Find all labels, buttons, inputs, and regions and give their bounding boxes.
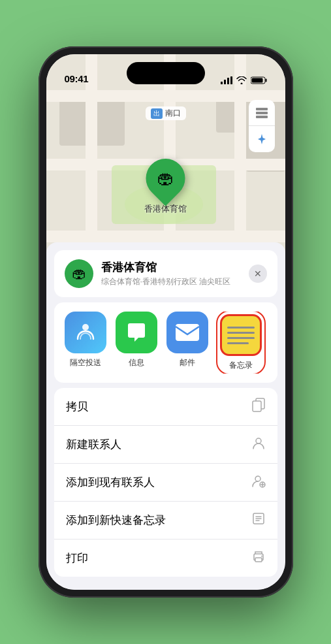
notes-icon (220, 314, 262, 356)
mail-label: 邮件 (180, 357, 195, 368)
svg-rect-9 (256, 116, 268, 118)
compass-icon (255, 133, 268, 146)
messages-label: 信息 (129, 357, 144, 368)
svg-rect-13 (253, 401, 261, 411)
airdrop-symbol (74, 321, 97, 344)
signal-icon (221, 76, 232, 84)
add-contact-icon (251, 474, 266, 491)
svg-point-15 (255, 476, 260, 481)
location-button[interactable] (249, 126, 275, 152)
close-button[interactable]: ✕ (249, 265, 267, 283)
action-print[interactable]: 打印 (54, 539, 277, 577)
notes-line-1 (227, 327, 255, 329)
battery-icon (251, 76, 267, 84)
share-apps-list: 隔空投送 信息 (65, 312, 267, 374)
stadium-icon: 🏟 (157, 169, 174, 189)
pin-circle: 🏟 (138, 151, 193, 206)
venue-card: 🏟 香港体育馆 综合体育馆·香港特别行政区 油尖旺区 ✕ (54, 250, 277, 297)
svg-point-10 (82, 324, 89, 330)
new-contact-icon (251, 436, 266, 453)
action-quick-note[interactable]: 添加到新快速备忘录 (54, 502, 277, 539)
mail-icon (166, 312, 208, 353)
notes-line-4 (227, 342, 249, 344)
svg-rect-7 (256, 108, 268, 110)
location-label: 出 南口 (146, 106, 186, 120)
svg-rect-0 (221, 82, 223, 84)
status-icons (221, 76, 267, 84)
share-app-mail[interactable]: 邮件 (166, 312, 208, 374)
airdrop-icon (65, 312, 106, 353)
phone-frame: 09:41 (39, 46, 293, 598)
svg-rect-5 (265, 79, 266, 82)
map-layers-button[interactable] (249, 100, 275, 126)
svg-rect-11 (176, 324, 199, 341)
venue-icon: 🏟 (65, 259, 93, 288)
location-tag-text: 南口 (165, 108, 181, 119)
status-time: 09:41 (65, 73, 89, 84)
notes-lines (222, 321, 260, 349)
svg-rect-1 (224, 80, 226, 84)
svg-rect-3 (230, 76, 232, 84)
location-tag-prefix: 出 (151, 108, 163, 119)
action-new-contact[interactable]: 新建联系人 (54, 426, 277, 464)
stadium-pin[interactable]: 🏟 香港体育馆 (144, 159, 187, 215)
dynamic-island (127, 62, 205, 84)
svg-point-25 (261, 556, 262, 557)
airdrop-label: 隔空投送 (70, 357, 101, 368)
add-contact-label: 添加到现有联系人 (66, 475, 155, 490)
share-app-airdrop[interactable]: 隔空投送 (65, 312, 106, 374)
notes-line-3 (227, 337, 255, 339)
layers-icon (255, 106, 269, 120)
svg-point-14 (256, 438, 261, 443)
svg-rect-24 (255, 558, 262, 562)
action-copy[interactable]: 拷贝 (54, 388, 277, 426)
mail-symbol (174, 321, 200, 344)
venue-name: 香港体育馆 (101, 260, 241, 275)
svg-rect-8 (256, 112, 268, 114)
phone-screen: 09:41 (46, 54, 285, 590)
svg-rect-2 (227, 78, 229, 84)
venue-stadium-icon: 🏟 (72, 265, 86, 282)
svg-rect-6 (251, 78, 262, 83)
share-app-messages[interactable]: 信息 (116, 312, 157, 374)
print-icon (251, 549, 266, 567)
notes-label: 备忘录 (229, 360, 253, 371)
quick-note-label: 添加到新快速备忘录 (66, 513, 166, 528)
messages-symbol (124, 320, 149, 345)
venue-info: 香港体育馆 综合体育馆·香港特别行政区 油尖旺区 (101, 260, 241, 287)
messages-icon (116, 312, 157, 353)
map-button-group (249, 100, 275, 152)
new-contact-label: 新建联系人 (66, 437, 121, 452)
action-add-contact[interactable]: 添加到现有联系人 (54, 464, 277, 502)
copy-label: 拷贝 (66, 399, 88, 414)
share-row: 隔空投送 信息 (54, 302, 277, 383)
quick-note-icon (251, 511, 266, 529)
bottom-sheet: 🏟 香港体育馆 综合体育馆·香港特别行政区 油尖旺区 ✕ (46, 242, 285, 590)
share-app-notes[interactable]: 备忘录 (217, 312, 264, 374)
copy-icon (251, 398, 266, 415)
action-list: 拷贝 新建联系人 (54, 388, 277, 577)
wifi-icon (236, 76, 247, 84)
print-label: 打印 (66, 551, 88, 566)
venue-desc: 综合体育馆·香港特别行政区 油尖旺区 (101, 276, 241, 287)
notes-line-2 (227, 332, 255, 334)
